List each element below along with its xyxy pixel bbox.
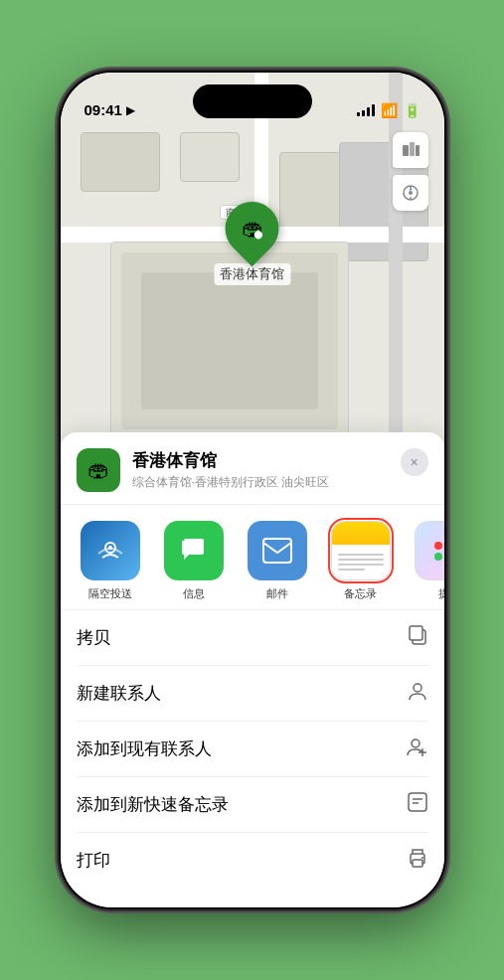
action-print[interactable]: 打印 <box>77 833 428 888</box>
notes-icon-wrap <box>331 521 391 580</box>
mail-icon-wrap <box>248 521 307 580</box>
svg-rect-0 <box>403 145 409 156</box>
phone-frame: 09:41 ▶ 📶 🔋 <box>59 71 446 909</box>
more-icon-wrap <box>415 521 444 580</box>
print-label: 打印 <box>77 849 110 872</box>
svg-rect-21 <box>413 860 422 867</box>
notes-label: 备忘录 <box>344 586 377 601</box>
location-icon: ▶ <box>126 103 135 117</box>
venue-icon: 🏟 <box>77 448 120 492</box>
action-list: 拷贝 新建联系人 <box>61 610 444 888</box>
location-info: 香港体育馆 综合体育馆·香港特别行政区 油尖旺区 <box>132 449 428 491</box>
battery-icon: 🔋 <box>404 102 420 118</box>
more-label: 提 <box>438 586 444 601</box>
new-contact-label: 新建联系人 <box>77 682 161 705</box>
map-controls[interactable] <box>393 132 428 211</box>
map-type-button[interactable] <box>393 132 428 168</box>
print-icon <box>407 847 428 874</box>
svg-rect-1 <box>410 142 415 156</box>
messages-label: 信息 <box>183 586 205 601</box>
svg-rect-12 <box>410 626 422 640</box>
new-contact-icon <box>407 680 428 707</box>
share-airdrop[interactable]: 隔空投送 <box>77 521 144 601</box>
share-messages[interactable]: 信息 <box>160 521 228 601</box>
signal-bars <box>357 104 375 116</box>
share-more[interactable]: 提 <box>411 521 444 601</box>
status-icons: 📶 🔋 <box>357 102 420 118</box>
status-time: 09:41 <box>84 101 122 118</box>
airdrop-label: 隔空投送 <box>88 586 132 601</box>
mail-icon <box>262 538 292 564</box>
wifi-icon: 📶 <box>381 102 398 118</box>
copy-icon <box>407 624 428 651</box>
add-existing-icon <box>407 735 428 762</box>
location-marker: 🏟 香港体育馆 <box>214 202 290 285</box>
venue-subtitle: 综合体育馆·香港特别行政区 油尖旺区 <box>132 474 428 491</box>
share-mail[interactable]: 邮件 <box>244 521 311 601</box>
map-icon <box>401 140 420 160</box>
action-add-existing[interactable]: 添加到现有联系人 <box>77 722 428 777</box>
add-existing-label: 添加到现有联系人 <box>77 737 212 760</box>
close-button[interactable]: × <box>401 448 428 476</box>
compass-icon <box>402 184 420 202</box>
svg-rect-10 <box>263 539 291 563</box>
svg-rect-17 <box>409 793 426 811</box>
location-card: 🏟 香港体育馆 综合体育馆·香港特别行政区 油尖旺区 × <box>61 432 444 505</box>
action-new-contact[interactable]: 新建联系人 <box>77 666 428 722</box>
svg-point-13 <box>414 684 421 692</box>
phone-screen: 09:41 ▶ 📶 🔋 <box>61 73 444 907</box>
marker-pin: 🏟 <box>214 191 289 266</box>
airdrop-icon-wrap <box>81 521 140 580</box>
dynamic-island <box>193 84 312 118</box>
copy-label: 拷贝 <box>77 626 110 649</box>
messages-icon <box>179 536 209 566</box>
action-add-notes[interactable]: 添加到新快速备忘录 <box>77 777 428 833</box>
svg-point-14 <box>412 739 420 747</box>
share-notes[interactable]: 备忘录 <box>327 521 395 601</box>
svg-marker-7 <box>409 188 412 191</box>
add-notes-label: 添加到新快速备忘录 <box>77 793 229 816</box>
mail-label: 邮件 <box>266 586 288 601</box>
airdrop-icon <box>95 536 125 566</box>
map-area: 南口 <box>61 73 444 490</box>
venue-name: 香港体育馆 <box>132 449 428 472</box>
svg-point-22 <box>421 857 423 859</box>
action-copy[interactable]: 拷贝 <box>77 610 428 666</box>
marker-label: 香港体育馆 <box>214 263 290 285</box>
bottom-sheet: 🏟 香港体育馆 综合体育馆·香港特别行政区 油尖旺区 × <box>61 432 444 907</box>
svg-point-9 <box>108 546 112 550</box>
location-button[interactable] <box>393 175 428 211</box>
svg-rect-2 <box>416 145 420 156</box>
messages-icon-wrap <box>164 521 224 580</box>
share-row: 隔空投送 信息 <box>61 505 444 610</box>
add-notes-icon <box>407 791 428 818</box>
svg-point-4 <box>409 191 413 195</box>
